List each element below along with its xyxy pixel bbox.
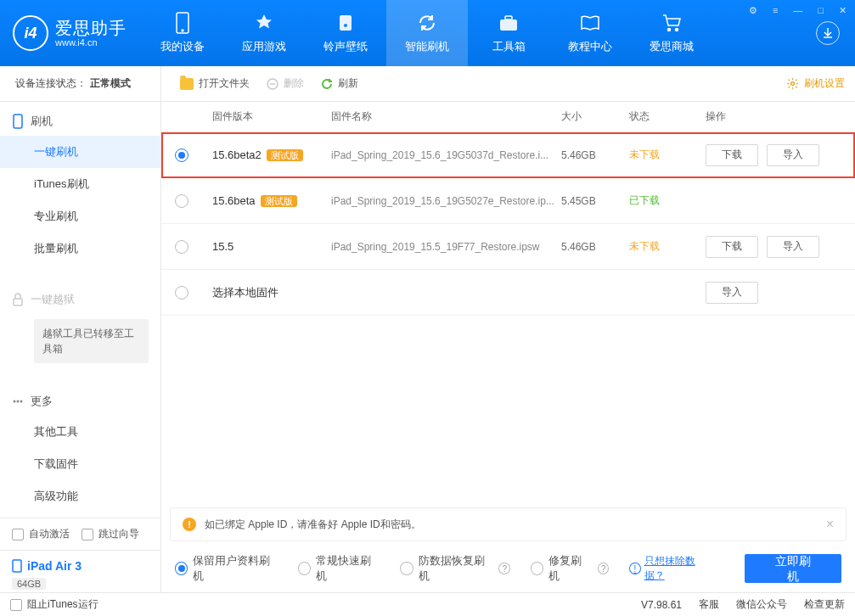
music-icon: [335, 12, 357, 34]
import-button[interactable]: 导入: [767, 144, 819, 166]
radio-icon: [400, 562, 413, 575]
row-version: 15.6beta2: [212, 148, 262, 161]
toolbar: 设备连接状态：正常模式 打开文件夹 删除 刷新 刷机设置: [0, 66, 855, 102]
wechat-link[interactable]: 微信公众号: [736, 597, 787, 612]
sidebar-item-quickflash[interactable]: 一键刷机: [0, 136, 160, 168]
sidebar-item-download-fw[interactable]: 下载固件: [0, 448, 160, 480]
import-button[interactable]: 导入: [767, 236, 819, 258]
firmware-row[interactable]: 15.6beta测试版iPad_Spring_2019_15.6_19G5027…: [161, 178, 855, 224]
firmware-panel: 固件版本 固件名称 大小 状态 操作 15.6beta2测试版iPad_Spri…: [161, 102, 855, 592]
row-filename: iPad_Spring_2019_15.6_19G5037d_Restore.i…: [331, 149, 561, 161]
top-nav: 我的设备 应用游戏 铃声壁纸 智能刷机 工具箱 教程中心 爱思商城: [142, 0, 712, 66]
sidebar-item-itunes-flash[interactable]: iTunes刷机: [0, 168, 160, 200]
device-icon: [172, 12, 194, 34]
sidebar-item-pro-flash[interactable]: 专业刷机: [0, 200, 160, 232]
row-state: 已下载: [629, 193, 706, 208]
radio-icon: [175, 562, 188, 575]
svg-point-3: [344, 24, 347, 27]
row-filename: iPad_Spring_2019_15.5_19F77_Restore.ipsw: [331, 241, 561, 253]
mode-fast[interactable]: 常规快速刷机: [298, 553, 380, 584]
svg-point-13: [17, 400, 20, 403]
col-state: 状态: [629, 109, 706, 124]
flash-now-button[interactable]: 立即刷机: [745, 554, 841, 583]
radio-icon: [531, 562, 543, 575]
delete-button[interactable]: 删除: [258, 76, 312, 91]
nav-my-device[interactable]: 我的设备: [142, 0, 223, 66]
row-version: 15.6beta: [212, 194, 256, 207]
row-size: 5.46GB: [561, 241, 629, 253]
nav-store[interactable]: 爱思商城: [631, 0, 712, 66]
customer-service-link[interactable]: 客服: [699, 597, 719, 612]
sidebar-head-flash[interactable]: 刷机: [0, 107, 160, 136]
erase-data-link[interactable]: !只想抹除数据？: [629, 554, 712, 583]
import-button[interactable]: 导入: [706, 282, 758, 304]
svg-point-7: [676, 29, 678, 31]
book-icon: [579, 12, 601, 34]
row-radio[interactable]: [175, 148, 188, 162]
column-headers: 固件版本 固件名称 大小 状态 操作: [161, 102, 855, 132]
more-icon: [12, 395, 24, 407]
nav-flash[interactable]: 智能刷机: [386, 0, 468, 66]
connection-status: 设备连接状态：正常模式: [10, 66, 161, 101]
nav-ringtones[interactable]: 铃声壁纸: [305, 0, 386, 66]
row-state: 未下载: [629, 239, 706, 254]
mode-keep-data[interactable]: 保留用户资料刷机: [175, 553, 278, 584]
device-name[interactable]: iPad Air 3: [12, 559, 149, 573]
download-button[interactable]: 下载: [706, 144, 758, 166]
row-version: 15.5: [212, 240, 233, 253]
sidebar-head-more[interactable]: 更多: [0, 387, 160, 416]
svg-rect-2: [340, 15, 352, 31]
flash-mode-row: 保留用户资料刷机 常规快速刷机 防数据恢复刷机? 修复刷机? !只想抹除数据？ …: [161, 541, 855, 592]
window-list-icon[interactable]: ≡: [769, 3, 781, 18]
sidebar-item-batch-flash[interactable]: 批量刷机: [0, 232, 160, 265]
firmware-row[interactable]: 选择本地固件导入: [161, 270, 855, 316]
help-icon[interactable]: ?: [498, 563, 509, 574]
jailbreak-moved-note: 越狱工具已转移至工具箱: [34, 319, 149, 363]
brand: i4 爱思助手 www.i4.cn: [0, 15, 142, 51]
svg-rect-15: [13, 560, 21, 572]
window-controls: ⚙ ≡ — □ ✕: [745, 3, 850, 18]
nav-tutorials[interactable]: 教程中心: [549, 0, 631, 66]
download-indicator-icon[interactable]: [816, 21, 840, 45]
nav-toolbox[interactable]: 工具箱: [468, 0, 549, 66]
window-close-icon[interactable]: ✕: [835, 3, 850, 18]
row-radio[interactable]: [175, 240, 188, 254]
svg-point-6: [668, 29, 671, 31]
brand-title: 爱思助手: [55, 19, 127, 37]
row-radio[interactable]: [175, 194, 188, 208]
refresh-button[interactable]: 刷新: [312, 76, 367, 91]
open-folder-button[interactable]: 打开文件夹: [172, 76, 258, 91]
auto-activate-checkbox[interactable]: 自动激活: [12, 527, 70, 541]
mode-repair[interactable]: 修复刷机?: [531, 553, 609, 584]
window-min-icon[interactable]: —: [790, 3, 806, 18]
phone-icon: [12, 114, 24, 129]
row-radio[interactable]: [175, 286, 188, 300]
sidebar-item-other-tools[interactable]: 其他工具: [0, 416, 160, 448]
mode-anti-recover[interactable]: 防数据恢复刷机?: [400, 553, 510, 584]
titlebar: i4 爱思助手 www.i4.cn 我的设备 应用游戏 铃声壁纸 智能刷机 工具…: [0, 0, 855, 66]
notice-close-icon[interactable]: ×: [826, 517, 834, 532]
nav-apps[interactable]: 应用游戏: [223, 0, 305, 66]
flash-settings-button[interactable]: 刷机设置: [786, 76, 845, 91]
firmware-row[interactable]: 15.6beta2测试版iPad_Spring_2019_15.6_19G503…: [161, 132, 855, 178]
skip-guide-checkbox[interactable]: 跳过向导: [82, 527, 139, 541]
svg-rect-11: [14, 299, 22, 305]
sidebar-head-jailbreak: 一键越狱: [0, 285, 160, 314]
block-itunes-checkbox[interactable]: 阻止iTunes运行: [10, 597, 98, 612]
warning-icon: !: [183, 518, 196, 531]
info-icon: !: [629, 563, 641, 574]
window-max-icon[interactable]: □: [814, 3, 827, 18]
col-name: 固件名称: [331, 109, 561, 124]
row-state: 未下载: [629, 148, 706, 162]
brand-logo-icon: i4: [13, 15, 48, 51]
device-storage: 64GB: [12, 578, 46, 590]
sidebar-item-advanced[interactable]: 高级功能: [0, 480, 160, 512]
col-version: 固件版本: [212, 109, 331, 124]
window-menu-icon[interactable]: ⚙: [745, 3, 761, 18]
svg-point-12: [14, 400, 16, 403]
download-button[interactable]: 下载: [706, 236, 758, 258]
help-icon[interactable]: ?: [598, 563, 609, 574]
check-update-link[interactable]: 检查更新: [804, 597, 845, 612]
sidebar: 刷机 一键刷机 iTunes刷机 专业刷机 批量刷机 一键越狱 越狱工具已转移至…: [0, 102, 161, 592]
firmware-row[interactable]: 15.5iPad_Spring_2019_15.5_19F77_Restore.…: [161, 224, 855, 270]
